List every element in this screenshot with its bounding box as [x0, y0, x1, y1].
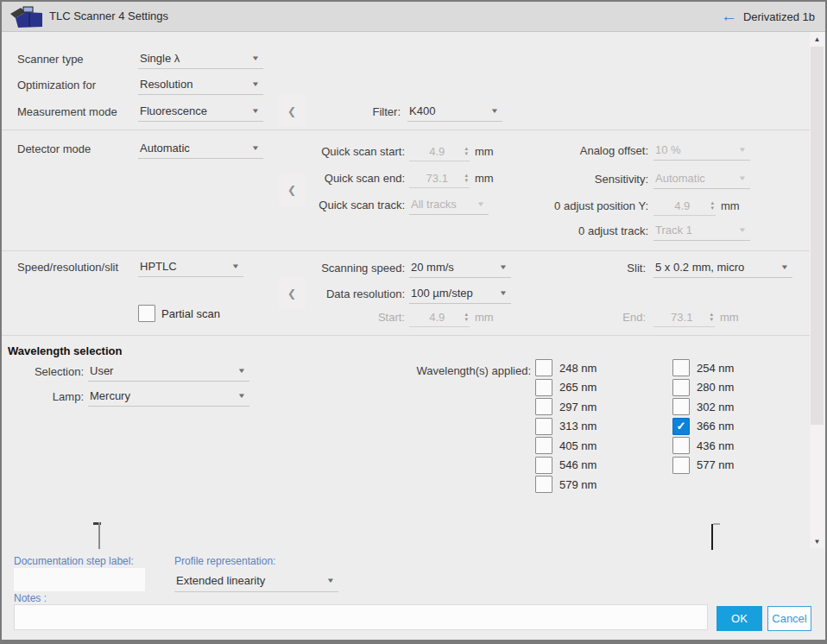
data-resolution-select[interactable]: 100 µm/step ▼	[409, 283, 511, 304]
cancel-button[interactable]: Cancel	[767, 606, 811, 631]
vertical-scrollbar[interactable]: ▲ ▼	[810, 32, 824, 548]
scan-start-value: 4.9	[409, 311, 464, 324]
wavelength-checkbox[interactable]	[535, 437, 552, 454]
zero-adjust-y-field: 4.9 ▴▾	[653, 196, 716, 216]
zero-adjust-track-label: 0 adjust track:	[537, 224, 648, 237]
slit-label: Slit:	[554, 262, 646, 275]
quick-scan-end-unit: mm	[475, 172, 494, 185]
quick-scan-start-field: 4.9 ▴▾	[409, 142, 470, 161]
chevron-down-icon: ▼	[780, 263, 789, 271]
scan-end-label: End:	[554, 311, 646, 324]
spinner-down-icon[interactable]: ▾	[710, 205, 714, 211]
partial-scan-checkbox[interactable]	[138, 305, 155, 322]
spinner-down-icon[interactable]: ▾	[464, 317, 468, 322]
wavelength-label: 280 nm	[697, 381, 734, 394]
analog-offset-label: Analog offset:	[537, 144, 648, 157]
scanning-speed-label: Scanning speed:	[295, 262, 405, 275]
quick-scan-end-value: 73.1	[409, 172, 464, 185]
wavelength-label: 297 nm	[559, 401, 597, 414]
sensitivity-label: Sensitivity:	[537, 173, 648, 186]
scanner-type-select[interactable]: Single λ ▼	[138, 48, 263, 69]
optimization-label: Optimization for	[17, 79, 96, 92]
chevron-down-icon: ▼	[738, 226, 747, 234]
spinner-control[interactable]: ▴▾	[464, 146, 470, 156]
doc-step-input[interactable]	[14, 568, 145, 591]
wavelength-checkbox[interactable]	[535, 379, 552, 396]
optimization-select[interactable]: Resolution ▼	[138, 74, 263, 95]
section-divider	[2, 335, 811, 336]
filter-label: Filter:	[347, 105, 401, 118]
optimization-value: Resolution	[140, 78, 193, 91]
scroll-down-icon: ▼	[814, 538, 821, 546]
wavelength-label: 313 nm	[559, 420, 597, 432]
partial-scan-option[interactable]: Partial scan	[138, 305, 220, 322]
wavelength-checkbox[interactable]	[535, 457, 552, 474]
wavelength-checkbox[interactable]	[672, 379, 690, 396]
wavelength-label: 577 nm	[697, 458, 734, 471]
ok-button[interactable]: OK	[717, 606, 762, 631]
scroll-up-button[interactable]: ▲	[810, 32, 824, 46]
zero-adjust-y-unit: mm	[721, 199, 740, 212]
clipped-preview-mark-right	[711, 523, 722, 551]
spinner-down-icon[interactable]: ▾	[464, 178, 468, 183]
wavelength-option: 248 nm	[535, 359, 597, 376]
clipped-preview-mark-left	[93, 522, 104, 550]
wavelength-checkbox-checked[interactable]: ✓	[672, 418, 690, 435]
selection-select[interactable]: User ▼	[88, 361, 249, 382]
chevron-down-icon: ▼	[231, 262, 240, 270]
chevron-down-icon: ▼	[251, 54, 260, 62]
wavelength-checkbox[interactable]	[672, 398, 690, 415]
spinner-control[interactable]: ▴▾	[464, 173, 470, 183]
speed-group-select[interactable]: HPTLC ▼	[138, 256, 243, 277]
detector-mode-select[interactable]: Automatic ▼	[138, 138, 263, 159]
speed-group-value: HPTLC	[140, 260, 177, 273]
lamp-select[interactable]: Mercury ▼	[88, 386, 249, 407]
quick-scan-track-value: All tracks	[411, 198, 457, 211]
wavelength-checkbox[interactable]	[535, 398, 552, 415]
wavelength-checkbox[interactable]	[535, 359, 552, 376]
measurement-mode-select[interactable]: Fluorescence ▼	[138, 101, 263, 122]
wavelength-option: 546 nm	[535, 457, 597, 474]
scroll-up-icon: ▲	[814, 35, 821, 43]
slit-select[interactable]: 5 x 0.2 mm, micro ▼	[653, 257, 792, 278]
wavelength-option: 436 nm	[672, 437, 734, 454]
chevron-down-icon: ▼	[738, 146, 747, 154]
back-navigation[interactable]: ← Derivatized 1b	[721, 8, 815, 25]
wavelength-label: 366 nm	[697, 420, 734, 432]
profile-representation-select[interactable]: Extended linearity ▼	[174, 570, 338, 592]
collapse-general-button[interactable]: ❮	[279, 95, 305, 127]
spinner-down-icon[interactable]: ▾	[464, 151, 468, 156]
measurement-mode-label: Measurement mode	[17, 105, 117, 118]
back-arrow-icon[interactable]: ←	[721, 8, 737, 25]
zero-adjust-track-select: Track 1 ▼	[653, 220, 750, 241]
wavelength-checkbox[interactable]	[672, 437, 690, 454]
spinner-control[interactable]: ▴▾	[710, 312, 715, 322]
wavelength-checkbox[interactable]	[535, 418, 552, 435]
quick-scan-track-select: All tracks ▼	[409, 194, 489, 215]
notes-input[interactable]	[14, 604, 708, 630]
spinner-control[interactable]: ▴▾	[464, 312, 470, 322]
spinner-down-icon[interactable]: ▾	[710, 317, 713, 322]
wavelength-checkbox[interactable]	[672, 457, 690, 474]
spinner-control[interactable]: ▴▾	[710, 200, 716, 211]
scan-start-label: Start:	[295, 311, 405, 324]
filter-select[interactable]: K400 ▼	[407, 101, 502, 122]
chevron-down-icon: ▼	[490, 107, 499, 115]
scanner-type-label: Scanner type	[17, 53, 84, 66]
scan-start-field: 4.9 ▴▾	[409, 307, 470, 327]
quick-scan-start-label: Quick scan start:	[295, 145, 405, 158]
scanning-speed-select[interactable]: 20 mm/s ▼	[409, 257, 511, 278]
chevron-down-icon: ▼	[251, 80, 260, 88]
profile-representation-label: Profile representation:	[174, 555, 275, 568]
scrollbar-thumb[interactable]	[811, 47, 824, 425]
scroll-down-button[interactable]: ▼	[810, 534, 824, 548]
wavelength-checkbox[interactable]	[535, 476, 552, 493]
wavelength-label: 579 nm	[559, 478, 597, 491]
wavelength-checkbox[interactable]	[672, 359, 690, 376]
zero-adjust-y-label: 0 adjust position Y:	[537, 199, 648, 212]
section-divider	[2, 250, 811, 251]
zero-adjust-track-value: Track 1	[655, 224, 692, 237]
quick-scan-track-label: Quick scan track:	[295, 199, 405, 212]
scan-start-unit: mm	[475, 311, 494, 324]
chevron-down-icon: ▼	[326, 577, 335, 584]
